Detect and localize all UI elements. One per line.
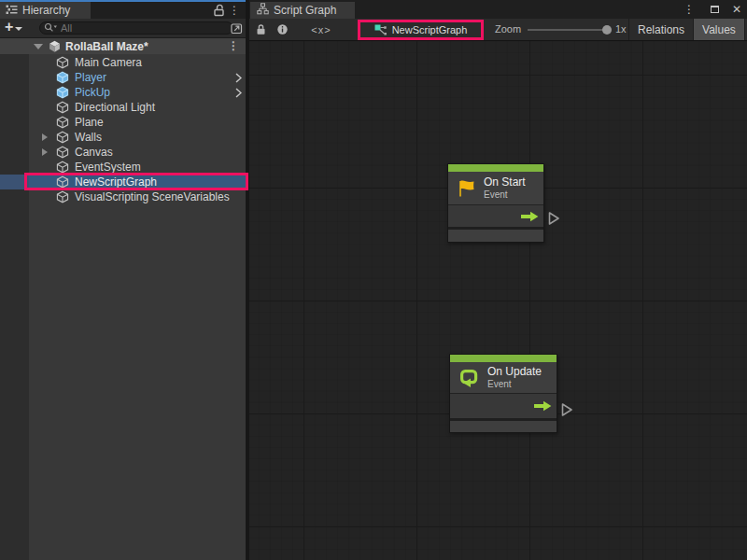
prefab-chevron-icon[interactable]	[235, 73, 242, 86]
node-header: On Update Event	[450, 362, 557, 394]
connection-target-triangle-icon[interactable]	[548, 211, 560, 230]
graph-name-button[interactable]: NewScriptGraph	[358, 19, 484, 40]
tree-item-label: EventSystem	[75, 161, 141, 174]
maximize-glyph	[711, 6, 719, 13]
graph-toolbar: <x> NewScriptGraph Zoom 1x Relations Val…	[249, 19, 747, 41]
script-graph-panel: Script Graph ⋮ ✕ <x> NewScriptGraph Zoom	[249, 0, 747, 560]
hierarchy-menu-icon[interactable]: ⋮	[227, 3, 242, 17]
relations-toggle[interactable]: Relations	[628, 19, 693, 40]
zoom-slider[interactable]	[528, 29, 608, 31]
graph-tab-label: Script Graph	[274, 4, 336, 17]
unlock-icon[interactable]	[211, 3, 226, 17]
window-menu-icon[interactable]: ⋮	[684, 2, 695, 17]
tree-item-label: Player	[75, 71, 106, 84]
tree-item-label: Main Camera	[75, 56, 142, 69]
hierarchy-tabbar: Hierarchy ⋮	[0, 0, 246, 19]
search-input[interactable]	[61, 22, 201, 34]
graph-canvas[interactable]: On Start Event	[249, 41, 747, 560]
connection-target-triangle-icon[interactable]	[561, 402, 573, 421]
node-color-bar	[450, 355, 557, 362]
script-graph-tabbar: Script Graph ⋮ ✕	[249, 0, 747, 19]
tree-item-directional-light[interactable]: Directional Light	[0, 100, 246, 115]
info-icon[interactable]	[275, 19, 289, 40]
search-icon	[44, 20, 58, 36]
hierarchy-tab-icon	[6, 4, 18, 18]
tree-item-newscriptgraph[interactable]: NewScriptGraph	[0, 175, 246, 189]
tree-item-label: Plane	[75, 116, 104, 129]
tree-item-label: VisualScripting SceneVariables	[75, 190, 230, 203]
unity-scene-icon	[49, 40, 61, 52]
scene-name: RollaBall Maze*	[65, 40, 148, 53]
control-output-port-icon[interactable]	[521, 211, 539, 222]
tree-item-walls[interactable]: Walls	[0, 130, 246, 145]
flag-icon	[456, 178, 476, 199]
zoom-label: Zoom	[495, 23, 521, 35]
hierarchy-search-field[interactable]	[39, 21, 233, 35]
scene-row[interactable]: RollaBall Maze* ⋮	[0, 38, 246, 54]
collapse-triangle-icon[interactable]	[34, 44, 43, 49]
tree-item-visualscripting-scenevariables[interactable]: VisualScripting SceneVariables	[0, 189, 246, 204]
tree-item-label: Walls	[75, 131, 102, 144]
scene-menu-icon[interactable]: ⋮	[228, 40, 239, 51]
unity-editor-window: Hierarchy ⋮ +	[0, 0, 747, 560]
prefab-chevron-icon[interactable]	[235, 88, 242, 101]
tab-script-graph[interactable]: Script Graph	[250, 2, 355, 19]
node-color-bar	[448, 164, 543, 172]
zoom-slider-handle[interactable]	[602, 25, 612, 35]
hierarchy-toolbar: +	[0, 19, 246, 38]
node-subtitle: Event	[484, 189, 526, 201]
script-graph-asset-icon	[374, 23, 388, 36]
search-popout-icon[interactable]	[230, 21, 243, 35]
maximize-icon[interactable]	[708, 2, 721, 17]
node-title: On Start	[484, 175, 526, 189]
tree-item-label: PickUp	[75, 86, 110, 99]
tree-item-canvas[interactable]: Canvas	[0, 145, 246, 160]
node-port-row	[448, 205, 543, 230]
tree-item-main-camera[interactable]: Main Camera	[0, 55, 246, 70]
loop-icon	[458, 367, 480, 389]
expand-triangle-icon[interactable]	[42, 148, 48, 156]
node-header: On Start Event	[448, 172, 543, 205]
tree-item-plane[interactable]: Plane	[0, 115, 246, 130]
node-port-row	[450, 394, 557, 421]
tree-item-pickup[interactable]: PickUp	[0, 85, 246, 100]
add-gameobject-button[interactable]: +	[5, 20, 22, 35]
expand-triangle-icon[interactable]	[42, 133, 48, 141]
node-subtitle: Event	[487, 379, 542, 390]
tree-item-label: Directional Light	[75, 101, 155, 114]
hierarchy-panel: Hierarchy ⋮ +	[0, 0, 246, 560]
chevron-down-icon	[15, 27, 22, 31]
add-label: +	[5, 20, 13, 35]
lock-icon[interactable]	[253, 19, 268, 40]
tree-item-player[interactable]: Player	[0, 70, 246, 85]
variables-toggle-icon[interactable]: <x>	[309, 19, 333, 40]
graph-name-label: NewScriptGraph	[392, 24, 468, 35]
values-toggle[interactable]: Values	[693, 19, 744, 40]
hierarchy-tree: Main Camera Player PickUp Directional Li…	[0, 54, 246, 560]
tab-hierarchy[interactable]: Hierarchy	[0, 2, 91, 19]
tree-item-eventsystem[interactable]: EventSystem	[0, 160, 246, 175]
control-output-port-icon[interactable]	[534, 400, 552, 412]
node-footer	[450, 421, 557, 432]
close-icon[interactable]: ✕	[730, 2, 743, 17]
node-on-update[interactable]: On Update Event	[449, 354, 557, 433]
node-title: On Update	[487, 365, 542, 378]
node-footer	[448, 230, 543, 242]
tree-item-label: NewScriptGraph	[75, 175, 157, 189]
gameobject-cube-icon	[56, 190, 69, 206]
hierarchy-tab-label: Hierarchy	[22, 4, 70, 17]
node-on-start[interactable]: On Start Event	[447, 163, 544, 243]
tree-item-label: Canvas	[75, 146, 113, 159]
zoom-value: 1x	[615, 23, 627, 35]
graph-tab-icon	[257, 3, 269, 18]
graph-view-toggles: Relations Values Dim	[628, 19, 747, 40]
